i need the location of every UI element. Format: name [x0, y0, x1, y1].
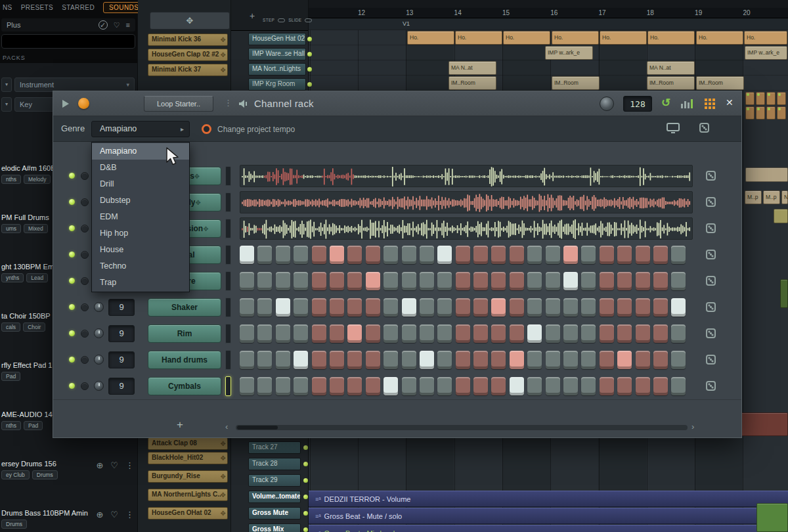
step-cell[interactable]	[257, 351, 272, 369]
step-cell[interactable]	[600, 246, 614, 264]
step-cell[interactable]	[240, 272, 254, 290]
step-cell[interactable]	[527, 377, 542, 395]
step-cell[interactable]	[437, 377, 452, 395]
step-cell[interactable]	[653, 351, 668, 369]
genre-option[interactable]: Hip hop	[92, 225, 189, 242]
step-cell[interactable]	[636, 377, 650, 395]
step-cell[interactable]	[671, 272, 686, 290]
preset-bar[interactable]: Plus ✓ ♡ ≡	[1, 18, 135, 32]
add-to-project-icon[interactable]: ⊕	[96, 510, 103, 520]
pattern-clip[interactable]: MA N..at	[449, 61, 496, 75]
step-cell[interactable]	[581, 246, 596, 264]
pattern-clip[interactable]: Ho.	[503, 31, 550, 45]
automation-clip-row[interactable]: ≡ᵃGross Beat - Mix level	[309, 525, 788, 532]
pan-knob[interactable]	[94, 355, 104, 365]
step-cell[interactable]	[581, 351, 596, 369]
mute-button[interactable]	[81, 198, 89, 206]
step-cell[interactable]	[402, 351, 416, 369]
step-cell[interactable]	[366, 246, 380, 264]
dice-icon[interactable]	[706, 276, 716, 286]
step-cell[interactable]	[581, 324, 596, 343]
channel-name-button[interactable]: Shaker	[148, 298, 221, 317]
channel-led[interactable]	[69, 225, 75, 231]
mute-button[interactable]	[81, 251, 89, 259]
step-cell[interactable]	[294, 351, 308, 369]
automation-clip-row[interactable]: ≡ᵃDEDZII TERROR - Volume	[309, 491, 788, 507]
pan-knob[interactable]	[94, 328, 104, 338]
waveform-display[interactable]	[240, 165, 693, 187]
step-cell[interactable]	[456, 377, 470, 395]
scroll-left-icon[interactable]: ‹	[225, 422, 228, 432]
step-cell[interactable]	[347, 298, 362, 317]
step-cell[interactable]	[437, 324, 452, 343]
step-cell[interactable]	[546, 324, 560, 343]
browser-tab-starred[interactable]: STARRED	[62, 4, 95, 11]
channel-button[interactable]: HouseGen Clap 02 #2✥	[148, 49, 228, 61]
step-cell[interactable]	[383, 324, 398, 343]
automation-clip-row[interactable]: ≡ᵃGross Beat - Mute / solo	[309, 508, 788, 524]
step-cell[interactable]	[276, 377, 290, 395]
step-cell[interactable]	[402, 246, 416, 264]
channel-button[interactable]: Minimal Kick 36✥	[148, 33, 228, 46]
step-cell[interactable]	[420, 351, 434, 369]
step-cell[interactable]	[653, 298, 668, 317]
step-cell[interactable]	[491, 351, 506, 369]
channel-led[interactable]	[69, 383, 75, 389]
step-cell[interactable]	[383, 377, 398, 395]
favorite-icon[interactable]: ♡	[114, 21, 120, 30]
waveform-display[interactable]	[240, 217, 693, 240]
genre-option[interactable]: Dubstep	[92, 192, 189, 209]
step-cell[interactable]	[510, 298, 524, 317]
step-cell[interactable]	[636, 324, 650, 343]
step-cell[interactable]	[366, 377, 380, 395]
step-cell[interactable]	[510, 324, 524, 343]
step-cell[interactable]	[456, 324, 470, 343]
step-cell[interactable]	[491, 298, 506, 317]
mute-button[interactable]	[81, 225, 89, 233]
browser-tab-ns[interactable]: NS	[3, 4, 12, 11]
step-cell[interactable]	[437, 246, 452, 264]
pan-widget[interactable]: ✥	[150, 12, 230, 30]
step-cell[interactable]	[257, 298, 272, 317]
step-cell[interactable]	[527, 351, 542, 369]
step-cell[interactable]	[294, 272, 308, 290]
step-cell[interactable]	[437, 272, 452, 290]
horizontal-scrollbar[interactable]	[236, 425, 688, 430]
track-led[interactable]	[307, 82, 312, 87]
genre-option[interactable]: Techno	[92, 258, 189, 275]
step-cell[interactable]	[240, 246, 254, 264]
mute-button[interactable]	[81, 382, 89, 390]
track-led[interactable]	[307, 37, 312, 41]
step-cell[interactable]	[510, 246, 524, 264]
genre-option[interactable]: Trap	[92, 275, 189, 291]
step-cell[interactable]	[257, 272, 272, 290]
variation-selector[interactable]: 9	[108, 325, 135, 342]
step-cell[interactable]	[473, 298, 488, 317]
step-cell[interactable]	[617, 351, 632, 369]
step-cell[interactable]	[402, 272, 416, 290]
waveform-display[interactable]	[240, 191, 693, 213]
step-cell[interactable]	[366, 272, 380, 290]
channel-button[interactable]: Burgundy_Rise✥	[148, 470, 228, 483]
step-cell[interactable]	[653, 246, 668, 264]
pattern-clip[interactable]: Ho.	[552, 31, 599, 45]
step-cell[interactable]	[617, 246, 632, 264]
track-led[interactable]	[303, 445, 308, 450]
mute-button[interactable]	[81, 277, 89, 285]
pattern-clip[interactable]: MA N..at	[647, 61, 695, 75]
step-cell[interactable]	[581, 298, 596, 317]
step-cell[interactable]	[473, 272, 488, 290]
step-cell[interactable]	[294, 298, 308, 317]
step-cell[interactable]	[581, 377, 596, 395]
step-cell[interactable]	[312, 351, 326, 369]
step-cell[interactable]	[383, 272, 398, 290]
step-cell[interactable]	[456, 272, 470, 290]
step-cell[interactable]	[617, 324, 632, 343]
add-icon[interactable]: +	[250, 11, 255, 21]
pattern-clip[interactable]: Ho.	[600, 31, 647, 45]
search-input[interactable]	[1, 34, 135, 49]
channel-name-button[interactable]: Hand drums	[148, 351, 221, 369]
step-cell[interactable]	[636, 298, 650, 317]
toggle-switch[interactable]	[278, 18, 285, 22]
step-cell[interactable]	[312, 298, 326, 317]
